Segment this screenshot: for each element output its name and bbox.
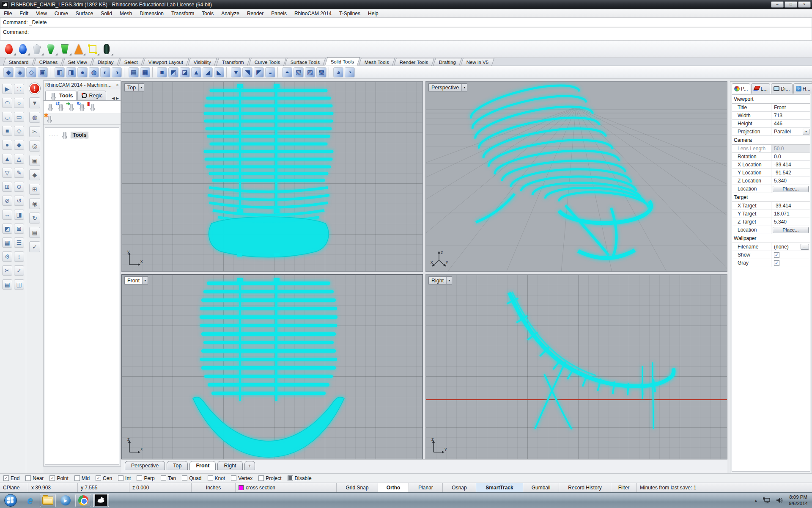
- camera-place-button[interactable]: Place...: [773, 186, 809, 192]
- tab-solid-tools[interactable]: Solid Tools: [324, 57, 360, 66]
- chevron-down-icon[interactable]: ▾: [138, 84, 144, 91]
- menu-rhinocam[interactable]: RhinoCAM 2014: [291, 9, 335, 17]
- file-explorer-icon[interactable]: [40, 494, 56, 507]
- chevron-down-icon[interactable]: ▾: [142, 277, 148, 284]
- import-tools-icon[interactable]: ➔: [67, 102, 76, 112]
- palette-tool-icon[interactable]: ◡: [2, 112, 12, 122]
- solid-tool-icon[interactable]: ◈: [15, 67, 25, 77]
- tab-display[interactable]: Display: [92, 58, 120, 66]
- yellow-frame-icon[interactable]: [87, 43, 98, 55]
- prop-row-y-location[interactable]: Y Location-91.542: [732, 169, 810, 177]
- taskbar-clock[interactable]: 8:09 PM 9/6/2014: [789, 494, 808, 507]
- prop-row-x-target[interactable]: X Target-39.414: [732, 202, 810, 210]
- solid-tool-icon[interactable]: ▲: [191, 67, 201, 77]
- osnap-perp[interactable]: Perp: [137, 475, 154, 481]
- browse-button[interactable]: ...: [801, 244, 809, 250]
- material-icon[interactable]: [101, 43, 112, 55]
- osnap-mid[interactable]: Mid: [74, 475, 90, 481]
- media-player-icon[interactable]: ▶: [58, 494, 74, 507]
- palette-tool-icon[interactable]: ⚙: [2, 251, 12, 262]
- tray-expand-icon[interactable]: ▲: [754, 499, 757, 502]
- rhino-taskbar-icon[interactable]: [93, 494, 109, 507]
- strip-tool-icon[interactable]: ◎: [29, 141, 40, 152]
- tab-display[interactable]: Di...: [771, 83, 792, 94]
- palette-tool-icon[interactable]: ◠: [2, 98, 12, 108]
- tool-with-star-icon[interactable]: ✱: [45, 114, 54, 124]
- osnap-knot[interactable]: Knot: [208, 475, 225, 481]
- prop-row-z-target[interactable]: Z Target5.340: [732, 218, 810, 226]
- viewport-tab-top[interactable]: Top: [167, 461, 188, 470]
- viewport-tab-perspective[interactable]: Perspective: [125, 461, 165, 470]
- green-stock-icon[interactable]: [59, 43, 70, 55]
- close-button[interactable]: ×: [798, 1, 811, 8]
- strip-tool-icon[interactable]: ◉: [29, 198, 40, 209]
- palette-tool-icon[interactable]: ⊙: [14, 182, 24, 192]
- solid-tool-icon[interactable]: ◐: [100, 67, 110, 77]
- load-tool-library-icon[interactable]: ↺: [57, 102, 65, 112]
- panel-close-icon[interactable]: ×: [116, 82, 119, 88]
- solid-tool-icon[interactable]: ▨: [305, 67, 315, 77]
- solid-tool-icon[interactable]: ◇: [26, 67, 36, 77]
- menu-view[interactable]: View: [32, 9, 51, 17]
- save-tool-library-icon[interactable]: ↻: [78, 102, 86, 112]
- osnap-cen[interactable]: ✓Cen: [96, 475, 112, 481]
- grid-snap-toggle[interactable]: Grid Snap: [337, 483, 378, 492]
- viewport-front[interactable]: Front▾ zx: [121, 274, 423, 459]
- tool-report-icon[interactable]: ▮: [88, 102, 97, 112]
- menu-surface[interactable]: Surface: [72, 9, 97, 17]
- osnap-project[interactable]: Project: [258, 475, 281, 481]
- viewport-perspective-label[interactable]: Perspective▾: [428, 83, 467, 91]
- tab-drafting[interactable]: Drafting: [433, 58, 462, 66]
- solid-tool-icon[interactable]: ◥: [242, 67, 252, 77]
- solid-tool-icon[interactable]: ●: [77, 67, 88, 77]
- tab-render-tools[interactable]: Render Tools: [394, 58, 434, 66]
- tab-viewport-layout[interactable]: Viewport Layout: [143, 58, 189, 66]
- tab-select[interactable]: Select: [118, 58, 144, 66]
- strip-tool-icon[interactable]: ✓: [29, 241, 40, 252]
- solid-tool-icon[interactable]: ◨: [66, 67, 76, 77]
- strip-tool-icon[interactable]: ⊞: [29, 184, 40, 195]
- tab-properties[interactable]: P...: [732, 83, 750, 94]
- command-prompt[interactable]: Command:: [0, 27, 812, 41]
- osnap-end[interactable]: ✓End: [3, 475, 19, 481]
- gem-icon[interactable]: [31, 43, 42, 55]
- solid-tool-icon[interactable]: ◆: [3, 67, 14, 77]
- menu-help[interactable]: Help: [364, 9, 382, 17]
- tab-visibility[interactable]: Visibility: [188, 58, 217, 66]
- palette-tool-icon[interactable]: ◩: [2, 224, 12, 234]
- osnap-tan[interactable]: Tan: [161, 475, 176, 481]
- palette-tool-icon[interactable]: ▲: [2, 154, 12, 164]
- solid-tool-icon[interactable]: ▩: [316, 67, 326, 77]
- solid-tool-icon[interactable]: ▼: [231, 67, 241, 77]
- viewport-front-label[interactable]: Front▾: [124, 276, 148, 284]
- palette-tool-icon[interactable]: ◨: [14, 210, 24, 220]
- minimize-button[interactable]: –: [771, 1, 784, 8]
- menu-transform[interactable]: Transform: [167, 9, 198, 17]
- strip-tool-icon[interactable]: ▣: [29, 155, 40, 166]
- ortho-toggle[interactable]: Ortho: [378, 483, 409, 492]
- palette-tool-icon[interactable]: ▤: [2, 279, 12, 290]
- viewport-top-label[interactable]: Top▾: [124, 83, 144, 91]
- units-button[interactable]: Inches: [192, 483, 236, 492]
- solid-tool-icon[interactable]: ■: [157, 67, 167, 77]
- palette-tool-icon[interactable]: ⊘: [2, 196, 12, 206]
- palette-tool-icon[interactable]: ▭: [14, 112, 24, 122]
- viewport-tab-right[interactable]: Right: [217, 461, 242, 470]
- cplane-button[interactable]: CPlane: [0, 483, 28, 492]
- palette-tool-icon[interactable]: ●: [2, 140, 12, 150]
- viewport-perspective[interactable]: Perspective▾: [425, 81, 727, 272]
- strip-tool-icon[interactable]: ◍: [29, 112, 40, 123]
- red-sphere-icon[interactable]: [3, 43, 14, 55]
- menu-curve[interactable]: Curve: [51, 9, 72, 17]
- tab-new-in-v5[interactable]: New in V5: [461, 58, 494, 66]
- gray-checkbox[interactable]: ✓: [774, 260, 779, 266]
- tab-cplanes[interactable]: CPlanes: [33, 58, 63, 66]
- palette-tool-icon[interactable]: ↔: [2, 210, 12, 220]
- prop-row-rotation[interactable]: Rotation0.0: [732, 153, 810, 161]
- tab-curve-tools[interactable]: Curve Tools: [249, 58, 286, 66]
- palette-tool-icon[interactable]: ■: [2, 126, 12, 136]
- rhinocam-tab-regions[interactable]: Regic: [77, 91, 106, 100]
- solid-tool-icon[interactable]: ◪: [180, 67, 190, 77]
- strip-tool-icon[interactable]: ✂: [29, 126, 40, 137]
- chevron-down-icon[interactable]: ▾: [446, 277, 452, 284]
